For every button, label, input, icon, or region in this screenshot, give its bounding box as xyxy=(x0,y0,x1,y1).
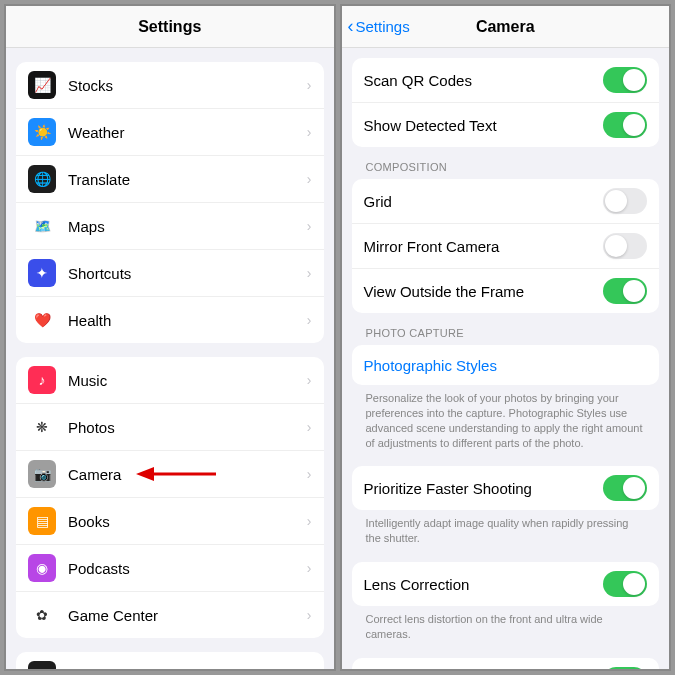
app-icon: 📷 xyxy=(28,460,56,488)
chevron-right-icon: › xyxy=(307,77,312,93)
row-label: Music xyxy=(68,372,307,389)
app-icon: ⊟ xyxy=(28,661,56,669)
settings-screen: Settings 📈Stocks›☀️Weather›🌐Translate›🗺️… xyxy=(4,4,336,671)
app-icon: 🌐 xyxy=(28,165,56,193)
view-outside-the-frame-label: View Outside the Frame xyxy=(364,283,604,300)
row-label: Photos xyxy=(68,419,307,436)
settings-row-music[interactable]: ♪Music› xyxy=(16,357,324,404)
view-outside-the-frame-toggle[interactable] xyxy=(603,278,647,304)
row-label: Game Center xyxy=(68,607,307,624)
chevron-right-icon: › xyxy=(307,218,312,234)
lens-correction-row: Lens Correction xyxy=(352,562,660,606)
settings-content[interactable]: 📈Stocks›☀️Weather›🌐Translate›🗺️Maps›✦Sho… xyxy=(6,48,334,669)
row-label: Translate xyxy=(68,171,307,188)
app-icon: ♪ xyxy=(28,366,56,394)
view-outside-the-frame-row: View Outside the Frame xyxy=(352,269,660,313)
settings-row-health[interactable]: ❤️Health› xyxy=(16,297,324,343)
show-detected-text-label: Show Detected Text xyxy=(364,117,604,134)
mirror-front-camera-toggle[interactable] xyxy=(603,233,647,259)
scan-qr-codes-label: Scan QR Codes xyxy=(364,72,604,89)
app-icon: 🗺️ xyxy=(28,212,56,240)
settings-row-camera[interactable]: 📷Camera› xyxy=(16,451,324,498)
mirror-front-camera-label: Mirror Front Camera xyxy=(364,238,604,255)
section-header-photo-capture: PHOTO CAPTURE xyxy=(352,327,660,345)
show-detected-text-row: Show Detected Text xyxy=(352,103,660,147)
settings-row-maps[interactable]: 🗺️Maps› xyxy=(16,203,324,250)
grid-toggle[interactable] xyxy=(603,188,647,214)
row-label: Health xyxy=(68,312,307,329)
app-icon: ✿ xyxy=(28,601,56,629)
lens-correction-footer: Correct lens distortion on the front and… xyxy=(352,606,660,648)
chevron-right-icon: › xyxy=(307,419,312,435)
row-label: Shortcuts xyxy=(68,265,307,282)
prioritize-faster-shooting-toggle[interactable] xyxy=(603,475,647,501)
camera-settings-screen: ‹ Settings Camera Scan QR CodesShow Dete… xyxy=(340,4,672,671)
settings-row-tv-provider[interactable]: ⊟TV Provider› xyxy=(16,652,324,669)
chevron-right-icon: › xyxy=(307,265,312,281)
row-label: TV Provider xyxy=(68,667,307,670)
photographic-styles-row[interactable]: Photographic Styles xyxy=(352,345,660,385)
chevron-right-icon: › xyxy=(307,466,312,482)
back-label: Settings xyxy=(356,18,410,35)
chevron-right-icon: › xyxy=(307,372,312,388)
lens-correction-toggle[interactable] xyxy=(603,571,647,597)
app-icon: ✦ xyxy=(28,259,56,287)
chevron-right-icon: › xyxy=(307,312,312,328)
camera-content[interactable]: Scan QR CodesShow Detected Text COMPOSIT… xyxy=(342,48,670,669)
row-label: Camera xyxy=(68,466,307,483)
row-label: Stocks xyxy=(68,77,307,94)
chevron-right-icon: › xyxy=(307,513,312,529)
settings-row-podcasts[interactable]: ◉Podcasts› xyxy=(16,545,324,592)
app-icon: ❤️ xyxy=(28,306,56,334)
row-label: Books xyxy=(68,513,307,530)
page-title: Camera xyxy=(476,18,535,36)
photographic-styles-label: Photographic Styles xyxy=(364,357,648,374)
mirror-front-camera-row: Mirror Front Camera xyxy=(352,224,660,269)
settings-row-books[interactable]: ▤Books› xyxy=(16,498,324,545)
section-header-composition: COMPOSITION xyxy=(352,161,660,179)
grid-row: Grid xyxy=(352,179,660,224)
app-icon: ◉ xyxy=(28,554,56,582)
header: Settings xyxy=(6,6,334,48)
page-title: Settings xyxy=(138,18,201,36)
row-label: Weather xyxy=(68,124,307,141)
settings-row-stocks[interactable]: 📈Stocks› xyxy=(16,62,324,109)
app-icon: ☀️ xyxy=(28,118,56,146)
row-label: Podcasts xyxy=(68,560,307,577)
grid-label: Grid xyxy=(364,193,604,210)
scan-qr-codes-toggle[interactable] xyxy=(603,67,647,93)
prioritize-faster-shooting-row: Prioritize Faster Shooting xyxy=(352,466,660,510)
chevron-left-icon: ‹ xyxy=(348,16,354,37)
chevron-right-icon: › xyxy=(307,124,312,140)
chevron-right-icon: › xyxy=(307,171,312,187)
settings-row-game-center[interactable]: ✿Game Center› xyxy=(16,592,324,638)
lens-correction-label: Lens Correction xyxy=(364,576,604,593)
macro-control-toggle[interactable] xyxy=(603,667,647,669)
settings-row-photos[interactable]: ❋Photos› xyxy=(16,404,324,451)
chevron-right-icon: › xyxy=(307,560,312,576)
macro-control-row: Macro Control xyxy=(352,658,660,669)
chevron-right-icon: › xyxy=(307,667,312,669)
app-icon: ▤ xyxy=(28,507,56,535)
settings-row-shortcuts[interactable]: ✦Shortcuts› xyxy=(16,250,324,297)
photographic-styles-footer: Personalize the look of your photos by b… xyxy=(352,385,660,456)
scan-qr-codes-row: Scan QR Codes xyxy=(352,58,660,103)
prioritize-faster-shooting-footer: Intelligently adapt image quality when r… xyxy=(352,510,660,552)
show-detected-text-toggle[interactable] xyxy=(603,112,647,138)
settings-row-translate[interactable]: 🌐Translate› xyxy=(16,156,324,203)
app-icon: ❋ xyxy=(28,413,56,441)
row-label: Maps xyxy=(68,218,307,235)
app-icon: 📈 xyxy=(28,71,56,99)
header: ‹ Settings Camera xyxy=(342,6,670,48)
settings-row-weather[interactable]: ☀️Weather› xyxy=(16,109,324,156)
prioritize-faster-shooting-label: Prioritize Faster Shooting xyxy=(364,480,604,497)
back-button[interactable]: ‹ Settings xyxy=(348,16,410,37)
chevron-right-icon: › xyxy=(307,607,312,623)
